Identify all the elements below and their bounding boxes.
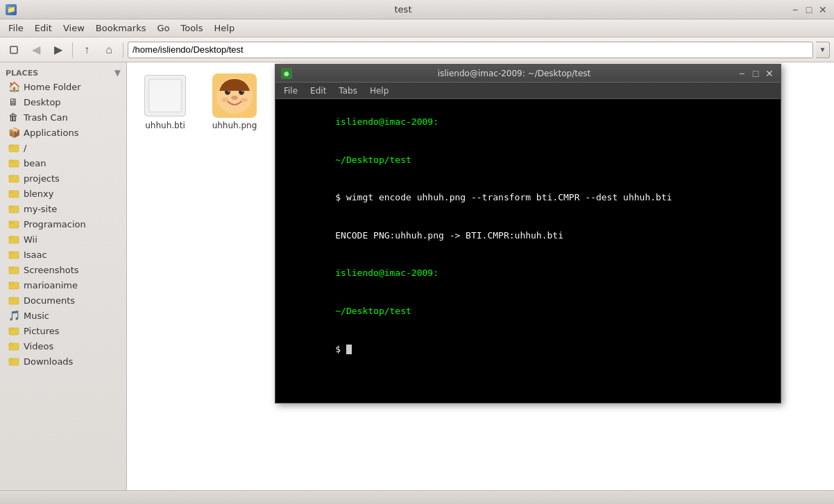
home-button[interactable]: ⌂ (99, 40, 119, 60)
sidebar-item-applications[interactable]: 📦 Applications (0, 125, 126, 140)
sidebar-item-blenxy[interactable]: blenxy (0, 186, 126, 201)
maximize-button[interactable]: □ (803, 4, 815, 15)
projects-folder-icon (8, 173, 19, 184)
sidebar-header: Places ▼ (0, 65, 126, 79)
new-tab-button[interactable] (4, 40, 24, 60)
sidebar-item-music[interactable]: 🎵 Music (0, 308, 126, 323)
menu-bookmarks[interactable]: Bookmarks (90, 21, 152, 35)
svg-point-39 (241, 98, 248, 102)
sidebar-label-projects: projects (24, 173, 60, 184)
sidebar-label-mysite: my-site (24, 204, 57, 214)
address-input[interactable] (133, 44, 808, 55)
programacion-folder-icon (8, 218, 19, 229)
sidebar-item-bean[interactable]: bean (0, 155, 126, 171)
sidebar-item-videos[interactable]: Videos (0, 338, 126, 354)
sidebar-label-bean: bean (24, 158, 46, 168)
menu-edit[interactable]: Edit (29, 21, 58, 35)
sidebar-item-programacion[interactable]: Programacion (0, 216, 126, 232)
sidebar-label-screenshots: Screenshots (24, 265, 79, 275)
blenxy-folder-icon (8, 188, 19, 199)
svg-rect-26 (9, 343, 13, 345)
marioanime-folder-icon (8, 279, 19, 290)
sidebar-toggle[interactable]: ▼ (114, 68, 121, 78)
terminal-line-3: $ wimgt encode uhhuh.png --transform bti… (281, 179, 775, 217)
title-bar: 📁 test − □ ✕ (0, 0, 834, 19)
terminal-menu-tabs[interactable]: Tabs (333, 85, 363, 97)
file-area: uhhuh.bti (127, 62, 834, 490)
terminal-minimize-button[interactable]: − (736, 68, 747, 79)
terminal-line-4: ENCODE PNG:uhhuh.png -> BTI.CMPR:uhhuh.b… (281, 217, 775, 255)
svg-rect-4 (9, 160, 13, 162)
desktop-icon: 🖥 (8, 96, 19, 107)
terminal-line-6: ~/Desktop/test (281, 293, 775, 331)
terminal-menu-edit[interactable]: Edit (305, 85, 332, 97)
sidebar-label-desktop: Desktop (24, 97, 61, 107)
sidebar-item-downloads[interactable]: Downloads (0, 354, 126, 369)
terminal-controls: − □ ✕ (736, 68, 775, 79)
terminal-window: ● isliendo@imac-2009: ~/Desktop/test − □… (275, 64, 781, 403)
menu-bar: File Edit View Bookmarks Go Tools Help (0, 19, 834, 37)
up-button[interactable]: ↑ (77, 40, 96, 60)
terminal-menu-file[interactable]: File (278, 85, 303, 97)
downloads-folder-icon (8, 356, 19, 367)
terminal-line-5: isliendo@imac-2009: (281, 254, 775, 293)
menu-go[interactable]: Go (151, 21, 175, 35)
sidebar-item-marioanime[interactable]: marioanime (0, 277, 126, 293)
close-button[interactable]: ✕ (817, 4, 828, 15)
menu-help[interactable]: Help (209, 21, 241, 35)
sidebar-item-pictures[interactable]: Pictures (0, 323, 126, 338)
videos-folder-icon (8, 340, 19, 351)
sidebar-label-trash: Trash Can (24, 112, 68, 123)
menu-tools[interactable]: Tools (175, 21, 208, 35)
terminal-menu-help[interactable]: Help (364, 85, 394, 97)
window-controls: − □ ✕ (790, 4, 828, 15)
file-item-png[interactable]: uhhuh.png (203, 69, 266, 134)
svg-rect-10 (9, 206, 13, 208)
isaac-folder-icon (8, 249, 19, 260)
sidebar-item-mysite[interactable]: my-site (0, 201, 126, 216)
terminal-command: $ wimgt encode uhhuh.png --transform bti… (335, 192, 672, 202)
menu-file[interactable]: File (3, 21, 29, 35)
sidebar-label-videos: Videos (24, 341, 53, 351)
sidebar-label-wii: Wii (24, 234, 37, 245)
terminal-close-button[interactable]: ✕ (764, 68, 775, 79)
sidebar-item-home[interactable]: 🏠 Home Folder (0, 79, 126, 94)
svg-rect-20 (9, 282, 13, 284)
sidebar-item-desktop[interactable]: 🖥 Desktop (0, 94, 126, 110)
back-button[interactable]: ◀ (26, 40, 46, 60)
sidebar-item-trash[interactable]: 🗑 Trash Can (0, 110, 126, 125)
file-name-bti: uhhuh.bti (145, 121, 185, 130)
terminal-line-2: ~/Desktop/test (281, 141, 775, 180)
address-bar (128, 42, 813, 58)
pictures-folder-icon (8, 325, 19, 336)
svg-rect-22 (9, 297, 13, 299)
trash-icon: 🗑 (8, 112, 19, 123)
sidebar-item-screenshots[interactable]: Screenshots (0, 262, 126, 277)
sidebar-label-isaac: Isaac (24, 250, 47, 260)
screenshots-folder-icon (8, 264, 19, 275)
sidebar-item-isaac[interactable]: Isaac (0, 247, 126, 262)
sidebar-item-documents[interactable]: Documents (0, 293, 126, 308)
mysite-folder-icon (8, 203, 19, 214)
terminal-maximize-button[interactable]: □ (750, 68, 761, 79)
music-icon: 🎵 (8, 310, 19, 321)
sidebar-label-home: Home Folder (24, 82, 81, 92)
terminal-content[interactable]: isliendo@imac-2009: ~/Desktop/test $ wim… (275, 99, 781, 403)
svg-rect-6 (9, 175, 13, 177)
root-icon (8, 142, 19, 153)
sidebar-label-blenxy: blenxy (24, 189, 54, 199)
address-dropdown-button[interactable]: ▼ (816, 42, 830, 58)
svg-rect-18 (9, 267, 13, 269)
sidebar-item-wii[interactable]: Wii (0, 232, 126, 247)
sidebar-item-root[interactable]: / (0, 140, 126, 155)
file-item-bti[interactable]: uhhuh.bti (134, 69, 196, 134)
sidebar-label-music: Music (24, 311, 49, 321)
minimize-button[interactable]: − (790, 4, 801, 15)
menu-view[interactable]: View (58, 21, 90, 35)
applications-icon: 📦 (8, 127, 19, 138)
sidebar-item-projects[interactable]: projects (0, 171, 126, 186)
forward-button[interactable]: ▶ (49, 40, 68, 60)
title-bar-left: 📁 (6, 4, 17, 15)
svg-rect-8 (9, 191, 13, 193)
sidebar-label-documents: Documents (24, 295, 75, 306)
